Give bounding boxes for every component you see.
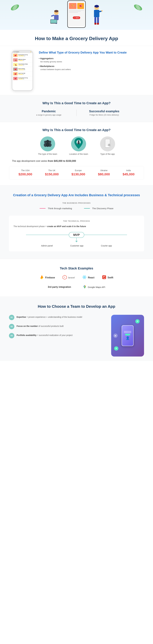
good-time-section-1: Why Is This a Good Time to Create an App… — [0, 95, 153, 122]
tech-desc-suffix: create an MVP and scale it in the future — [47, 225, 86, 228]
price-europe: Europe $130,000 — [71, 169, 85, 176]
hero-person-right — [91, 4, 103, 28]
svg-rect-26 — [94, 23, 96, 24]
mvp-flow: MVP Admin panel Customer app Courier app — [14, 232, 139, 247]
stat-pandemic: Pandemic a surge in grocery app usage — [30, 110, 68, 116]
good-time-section-2: Why Is This a Good Time to Create an App… — [0, 122, 153, 185]
hero-tablet: 🍕 🥩 ✓ ADD — [67, 0, 86, 28]
hero-person-left — [50, 10, 62, 28]
tech-logos-row: Firebase L laravel React — [9, 275, 144, 280]
price-ukraine: Ukraine $80,000 — [98, 169, 110, 176]
mvp-top-row: MVP — [26, 232, 127, 238]
aggregators-desc: list nearby grocery stores — [39, 60, 141, 63]
team-dev-point-03: 03 Portfolio availability = successful r… — [9, 333, 105, 338]
point-02-bold: Focus on the number — [17, 325, 38, 327]
stat-pandemic-desc: a surge in grocery app usage — [30, 114, 68, 116]
define-list-item-aggregators: Aggregators list nearby grocery stores — [39, 57, 141, 63]
business-item-discovery: The Discovery Phase — [84, 207, 113, 210]
price-india: India $45,000 — [123, 169, 135, 176]
maps-icon — [83, 285, 86, 289]
team-dev-section: How to Choose a Team to Develop an App 0… — [0, 297, 153, 361]
marketplaces-desc: contact between buyers and sellers — [39, 68, 141, 71]
firebase-label: Firebase — [45, 276, 55, 279]
team-type-icon — [40, 136, 55, 151]
illus-btn — [125, 334, 130, 336]
define-content: Define What Type of Grocery Delivery App… — [39, 50, 141, 72]
svg-point-9 — [54, 10, 58, 12]
tech-process-label: THE TECHNICAL PROCESS — [14, 220, 139, 222]
svg-rect-27 — [97, 23, 99, 24]
team-dev-points: 01 Expertise = proven experience + under… — [9, 315, 105, 342]
point-02-text: Focus on the number of successful produc… — [17, 324, 64, 328]
tech-desc-prefix: The technical development phase = — [14, 225, 47, 228]
point-03-bold: Portfolio availability — [17, 334, 37, 336]
mvp-admin-panel: Admin panel — [41, 244, 53, 247]
mvp-bottom-items: Admin panel Customer app Courier app — [32, 244, 121, 247]
location-item: Location of the team — [69, 136, 88, 155]
third-party-label: 3rd party integration — [48, 286, 71, 288]
tech-stack-title: Tech Stack Examples — [9, 266, 144, 270]
svg-point-41 — [77, 142, 80, 144]
stat-examples-title: Successful examples — [86, 110, 123, 113]
phone-illus-screen: 👤 — [122, 326, 133, 346]
mvp-customer-app: Customer app — [70, 244, 83, 247]
cost-text-prefix: The app development cost varies — [12, 160, 48, 162]
svg-text:🥩: 🥩 — [79, 4, 82, 8]
react-label: React — [88, 276, 94, 279]
phone-food-item: 🥩 Duck & Honey ⭐⭐⭐⭐⭐ 5.0 — [12, 67, 33, 72]
price-row: The USA $200,000 The UK $150,000 Europe … — [9, 166, 144, 180]
team-icons-row: The type of the team Location of the tea… — [9, 136, 144, 155]
business-title: Creation of a Grocery Delivery App Are I… — [9, 193, 144, 198]
phone-food-item: 🍗 BBQ Dry Dinner ⭐⭐⭐⭐ 4.5 — [12, 58, 33, 62]
business-items-row: Think through marketing The Discovery Ph… — [9, 207, 144, 210]
phone-illustration: 👤 — [122, 325, 133, 346]
point-02-circle: 02 — [9, 324, 14, 329]
app-type-icon — [100, 136, 115, 151]
stat-pandemic-title: Pandemic — [30, 110, 68, 113]
google-maps-label: Google Maps API — [88, 286, 105, 288]
define-section: Los Angeles ⚡ 🥩 Evening Beef Tri-Tip ⭐⭐⭐… — [0, 46, 153, 95]
svg-rect-47 — [109, 146, 109, 146]
tech-desc: The technical development phase = create… — [14, 225, 139, 228]
stats-row: Pandemic a surge in grocery app usage Su… — [9, 110, 144, 116]
svg-point-52 — [84, 277, 85, 278]
tech-process-section: THE TECHNICAL PROCESS The technical deve… — [9, 216, 144, 252]
google-maps-item: Google Maps API — [83, 285, 105, 289]
svg-rect-18 — [69, 10, 84, 10]
svg-rect-6 — [51, 14, 54, 17]
floating-play-icon: ▶ — [113, 334, 118, 338]
location-label: Location of the team — [69, 153, 88, 155]
business-item-marketing: Think through marketing — [40, 207, 72, 210]
svg-rect-25 — [97, 17, 99, 23]
floating-plus-1: + — [135, 319, 139, 324]
react-icon — [82, 275, 87, 280]
phone-mockup: Los Angeles ⚡ 🥩 Evening Beef Tri-Tip ⭐⭐⭐… — [12, 50, 33, 91]
discovery-line-icon — [84, 208, 90, 208]
third-party-integration: 3rd party integration — [48, 286, 71, 288]
svg-rect-8 — [51, 20, 57, 23]
tech-firebase: Firebase — [40, 275, 55, 280]
mvp-arrow-container — [75, 238, 78, 242]
business-processes-section: Creation of a Grocery Delivery App Are I… — [0, 186, 153, 259]
marketing-text: Think through marketing — [48, 207, 72, 210]
marketing-line-icon — [40, 208, 46, 208]
svg-rect-4 — [54, 15, 59, 20]
stat-examples-desc: Fridge No More (15 mins delivery) — [86, 114, 123, 116]
mvp-vertical-line — [76, 238, 77, 241]
phone-food-item: 🍗 Fried Chicken Strips ⭐⭐⭐⭐ 4.3 — [12, 62, 33, 67]
point-01-rest: = proven experience + understanding of t… — [26, 316, 82, 318]
phone-food-item: 🥩 Evening Beef Tri-Tip ⭐⭐⭐⭐ 4.6 — [12, 76, 33, 81]
team-type-item: The type of the team — [38, 136, 57, 155]
location-icon — [71, 136, 86, 151]
point-01-circle: 01 — [9, 315, 14, 320]
svg-rect-19 — [69, 11, 81, 12]
svg-rect-23 — [94, 10, 99, 17]
mvp-line-right — [84, 235, 127, 235]
good-time-title-2: Why Is This a Good Time to Create an App… — [9, 128, 144, 132]
svg-rect-48 — [108, 145, 109, 145]
discovery-text: The Discovery Phase — [92, 207, 113, 210]
cost-text: The app development cost varies from $45… — [9, 160, 144, 162]
laravel-icon: L — [62, 275, 67, 280]
page-main-title: How to Make a Grocery Delivery App — [3, 36, 150, 41]
cost-text-range: from $45,000 to $150,000 — [48, 160, 76, 162]
